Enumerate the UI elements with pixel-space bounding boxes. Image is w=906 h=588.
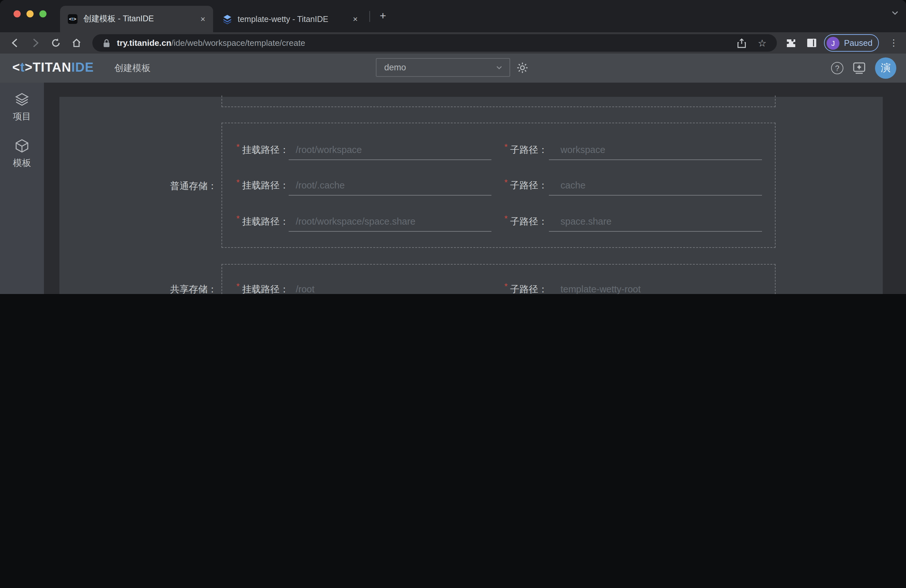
sub-path-input[interactable] [549,211,762,232]
storage-row: * 挂载路径： * 子路径： [222,139,775,160]
sidebar-item-templates[interactable]: 模板 [0,138,44,169]
required-mark: * [504,142,507,152]
storage-row: * 挂载路径： * 子路径： [222,211,775,232]
normal-storage-label: 普通存储： [126,180,217,192]
tab-title: template-wetty - TitanIDE [238,14,329,24]
profile-status: Paused [844,38,873,48]
layers-icon [14,92,30,107]
lock-icon [103,38,110,48]
titanide-logo[interactable]: <t>TITANIDE [12,60,94,75]
profile-avatar: J [826,37,839,49]
mount-path-label: 挂载路径： [242,211,289,232]
screen: <t> 创建模板 - TitanIDE × template-wetty - T… [0,0,906,294]
workspace-select[interactable]: demo [376,58,510,77]
mount-path-input[interactable] [289,175,491,196]
mount-path-label: 挂载路径： [242,139,289,160]
system-settings-icon[interactable] [852,62,866,75]
template-favicon [222,14,233,24]
user-avatar[interactable]: 演 [875,57,896,79]
url-host: try.titanide.cn [117,38,171,48]
side-panel-icon[interactable] [807,38,817,48]
mount-path-label: 挂载路径： [242,175,289,196]
sub-path-label: 子路径： [510,211,548,232]
tab-overflow-chevron-icon[interactable] [890,8,900,18]
storage-group-partial [222,96,775,107]
cube-icon [14,138,30,154]
gear-icon[interactable] [517,62,528,73]
sidebar-item-projects[interactable]: 项目 [0,92,44,123]
workspace-select-value: demo [384,63,406,72]
home-icon[interactable] [71,37,82,48]
chevron-down-icon [495,64,503,71]
address-bar[interactable]: try.titanide.cn/ide/web/workspace/templa… [93,34,777,52]
macos-close-button[interactable] [14,10,21,18]
required-mark: * [236,281,239,291]
back-icon[interactable] [10,37,21,48]
tab-close-icon[interactable]: × [195,14,213,24]
sub-path-label: 子路径： [510,139,548,160]
forward-icon[interactable] [30,37,41,48]
required-mark: * [504,177,507,187]
mount-path-input[interactable] [289,279,491,294]
sidebar-item-label: 项目 [13,111,31,123]
new-tab-button[interactable]: + [376,9,390,23]
shared-storage-label: 共享存储： [126,284,217,294]
form-panel: 普通存储： * 挂载路径： * 子路径： * 挂载路径： * 子路径： [59,97,883,294]
main-area: 项目 模板 普通存储： * 挂载路径： * 子路 [0,83,906,294]
tab-title: 创建模板 - TitanIDE [83,14,154,24]
titanide-favicon: <t> [68,14,78,24]
page-title: 创建模板 [114,63,150,74]
app-sidebar: 项目 模板 [0,83,44,294]
mount-path-input[interactable] [289,139,491,160]
sidebar-item-label: 模板 [13,158,31,169]
macos-zoom-button[interactable] [39,10,46,18]
tab-strip: <t> 创建模板 - TitanIDE × template-wetty - T… [0,0,906,32]
extensions-puzzle-icon[interactable] [785,38,796,48]
browser-toolbar: try.titanide.cn/ide/web/workspace/templa… [0,32,906,54]
required-mark: * [236,214,239,223]
tab-create-template[interactable]: <t> 创建模板 - TitanIDE × [60,6,213,32]
shared-storage-group: * 挂载路径： * 子路径： [222,264,775,294]
sub-path-label: 子路径： [510,279,548,294]
required-mark: * [236,177,239,187]
url-path: /ide/web/workspace/template/create [171,38,305,48]
tab-template-wetty[interactable]: template-wetty - TitanIDE × [215,6,365,32]
bookmark-star-icon[interactable]: ☆ [758,37,767,49]
required-mark: * [504,214,507,223]
app-header: <t>TITANIDE 创建模板 demo ? [0,54,906,83]
sub-path-input[interactable] [549,279,762,294]
profile-chip[interactable]: J Paused [824,34,879,52]
tab-close-icon[interactable]: × [348,14,365,24]
sub-path-input[interactable] [549,139,762,160]
browser-menu-icon[interactable]: ⋮ [889,37,898,48]
required-mark: * [236,142,239,152]
storage-row: * 挂载路径： * 子路径： [222,175,775,196]
sub-path-label: 子路径： [510,175,548,196]
browser-window: <t> 创建模板 - TitanIDE × template-wetty - T… [0,0,906,294]
macos-minimize-button[interactable] [27,10,33,18]
normal-storage-group: * 挂载路径： * 子路径： * 挂载路径： * 子路径： * [222,123,775,248]
sub-path-input[interactable] [549,175,762,196]
help-icon[interactable]: ? [831,62,843,74]
required-mark: * [504,281,507,291]
tab-divider [369,11,370,22]
reload-icon[interactable] [50,37,61,48]
storage-row: * 挂载路径： * 子路径： [222,279,775,294]
mount-path-input[interactable] [289,211,491,232]
mount-path-label: 挂载路径： [242,279,289,294]
share-icon[interactable] [737,38,746,48]
